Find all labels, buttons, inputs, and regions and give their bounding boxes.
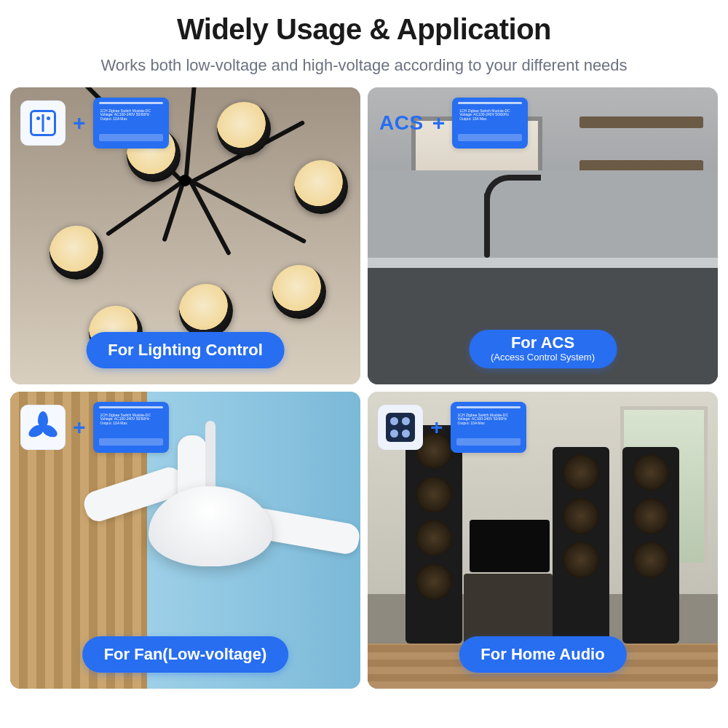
card-lighting: + 1CH Zigbee Switch Module-DC Voltage: A… [10,87,360,384]
module-label: 1CH Zigbee Switch Module-DC Voltage: AC1… [458,414,519,426]
badge-row: ACS + 1CH Zigbee Switch Module-DC Voltag… [378,98,528,149]
pill-acs: For ACS (Access Control System) [469,330,617,368]
card-grid: + 1CH Zigbee Switch Module-DC Voltage: A… [0,87,728,699]
module-label: 1CH Zigbee Switch Module-DC Voltage: AC1… [459,109,521,122]
pill-lighting: For Lighting Control [86,332,285,368]
pill-acs-main: For ACS [511,333,574,352]
module-chip: 1CH Zigbee Switch Module-DC Voltage: AC1… [93,98,169,149]
module-chip: 1CH Zigbee Switch Module-DC Voltage: AC1… [452,98,528,149]
module-label: 1CH Zigbee Switch Module-DC Voltage: AC1… [100,109,162,122]
badge-row: + 1CH Zigbee Switch Module-DC Voltage: A… [20,98,169,149]
plus-icon: + [70,415,89,440]
page-title: Widely Usage & Application [29,13,699,46]
badge-row: + 1CH Zigbee Switch Module-DC Voltage: A… [378,402,526,453]
page-subtitle: Works both low-voltage and high-voltage … [87,55,641,77]
plus-icon: + [430,111,448,135]
switch-icon [20,100,66,146]
header: Widely Usage & Application Works both lo… [0,0,728,87]
module-chip: 1CH Zigbee Switch Module-DC Voltage: AC1… [451,402,526,453]
pill-fan: For Fan(Low-voltage) [82,636,289,673]
pill-audio: For Home Audio [459,636,626,673]
module-label: 1CH Zigbee Switch Module-DC Voltage: AC1… [100,414,162,426]
module-chip: 1CH Zigbee Switch Module-DC Voltage: AC1… [93,402,169,453]
card-audio: + 1CH Zigbee Switch Module-DC Voltage: A… [368,392,718,689]
plus-icon: + [70,111,89,135]
pill-acs-sub: (Access Control System) [491,352,595,363]
plus-icon: + [427,415,446,440]
speaker-icon [378,405,423,450]
fan-icon [20,405,66,450]
badge-row: + 1CH Zigbee Switch Module-DC Voltage: A… [20,402,169,453]
card-acs: ACS + 1CH Zigbee Switch Module-DC Voltag… [368,87,718,384]
acs-text-icon: ACS [378,111,425,135]
card-fan: + 1CH Zigbee Switch Module-DC Voltage: A… [10,392,360,689]
